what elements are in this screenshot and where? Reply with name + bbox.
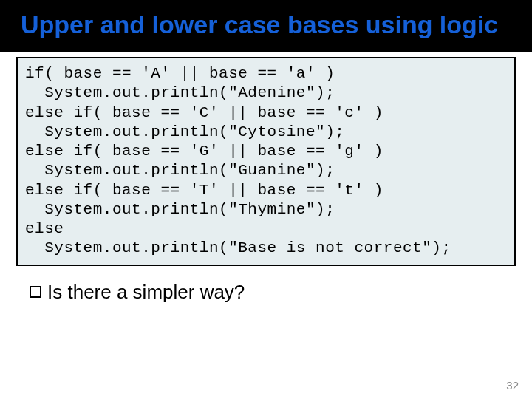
code-line: System.out.println("Adenine"); [25,84,335,101]
code-line: else if( base == 'T' || base == 't' ) [25,182,383,199]
code-line: if( base == 'A' || base == 'a' ) [25,65,335,82]
code-line: System.out.println("Base is not correct"… [25,239,451,256]
code-line: System.out.println("Thymine"); [25,201,335,218]
question-row: Is there a simpler way? [0,266,532,304]
code-line: else if( base == 'G' || base == 'g' ) [25,143,383,160]
code-line: System.out.println("Cytosine"); [25,123,344,140]
question-text: Is there a simpler way? [47,281,245,304]
code-block: if( base == 'A' || base == 'a' ) System.… [16,57,516,266]
code-line: System.out.println("Guanine"); [25,162,335,179]
square-bullet-icon [30,286,41,298]
slide-title: Upper and lower case bases using logic [21,10,511,39]
code-line: else [25,220,64,237]
code-line: else if( base == 'C' || base == 'c' ) [25,104,383,121]
page-number: 32 [506,379,519,392]
slide-header: Upper and lower case bases using logic [0,0,532,52]
